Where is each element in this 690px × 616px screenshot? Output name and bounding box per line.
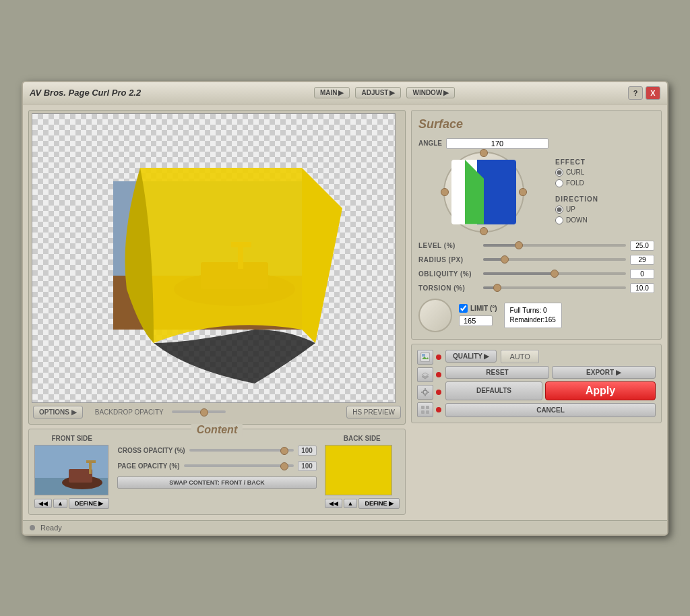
torsion-slider-track[interactable] bbox=[483, 286, 626, 289]
indicator-dot-2 bbox=[436, 372, 441, 377]
up-label: UP bbox=[566, 206, 575, 213]
back-next-button[interactable]: ▲ bbox=[344, 499, 358, 508]
options-button[interactable]: OPTIONS ▶ bbox=[33, 406, 83, 419]
hs-preview-button[interactable]: HS PREVIEW bbox=[346, 406, 401, 419]
defaults-button[interactable]: DEFAULTS bbox=[445, 381, 542, 400]
direction-label: DIRECTION bbox=[555, 195, 598, 203]
surface-top: ANGLE bbox=[418, 138, 654, 233]
actions-panel: QUALITY ▶ AUTO RESET EXPORT ▶ bbox=[411, 344, 662, 423]
quality-button[interactable]: QUALITY ▶ bbox=[445, 350, 497, 363]
icon-btn-row-4 bbox=[417, 402, 441, 417]
cross-opacity-value: 100 bbox=[298, 445, 317, 456]
torsion-value: 10.0 bbox=[630, 283, 654, 293]
down-radio[interactable] bbox=[555, 216, 563, 224]
angle-label: ANGLE bbox=[418, 140, 442, 147]
angle-section: ANGLE bbox=[418, 138, 548, 233]
adjust-menu-button[interactable]: ADJUST ▶ bbox=[355, 87, 401, 98]
obliquity-slider-track[interactable] bbox=[483, 272, 626, 275]
title-bar: AV Bros. Page Curl Pro 2.2 MAIN ▶ ADJUST… bbox=[23, 82, 667, 104]
window-menu-button[interactable]: WINDOW ▶ bbox=[406, 87, 455, 98]
layer-icon-button[interactable] bbox=[417, 367, 433, 382]
settings-icon-button[interactable] bbox=[417, 385, 433, 400]
defaults-label: DEFAULTS bbox=[476, 387, 511, 394]
indicator-dot-1 bbox=[436, 355, 441, 360]
front-prev-button[interactable]: ◀◀ bbox=[34, 499, 52, 508]
angle-input[interactable] bbox=[446, 138, 548, 149]
icon-btn-row-3 bbox=[417, 385, 441, 400]
limit-label: LIMIT (°) bbox=[470, 305, 497, 312]
dial-knob-right[interactable] bbox=[519, 188, 527, 196]
front-define-label: DEFINE ▶ bbox=[75, 500, 104, 507]
hs-preview-label: HS PREVIEW bbox=[352, 408, 395, 416]
page-opacity-slider[interactable] bbox=[184, 464, 294, 467]
angle-row: ANGLE bbox=[418, 138, 548, 149]
bottom-action-row: CANCEL bbox=[445, 403, 656, 417]
content-title: Content bbox=[191, 424, 243, 436]
fold-option[interactable]: FOLD bbox=[555, 179, 598, 187]
curl-option[interactable]: CURL bbox=[555, 168, 598, 177]
reset-button[interactable]: RESET bbox=[445, 366, 549, 379]
swap-content-label: SWAP CONTENT: FRONT / BACK bbox=[169, 479, 264, 486]
dial-preview bbox=[451, 160, 516, 224]
export-button[interactable]: EXPORT ▶ bbox=[552, 366, 656, 379]
sliders-section: LEVEL (%) 25.0 RADIUS (PX) bbox=[418, 241, 654, 293]
radius-slider-track[interactable] bbox=[483, 258, 626, 261]
backdrop-opacity-label: BACKDROP OPACITY bbox=[95, 408, 164, 416]
window-menu-arrow: ▶ bbox=[443, 89, 449, 96]
app-window: AV Bros. Page Curl Pro 2.2 MAIN ▶ ADJUST… bbox=[22, 81, 668, 536]
cross-opacity-row: CROSS OPACITY (%) 100 bbox=[117, 445, 316, 456]
dial-circle[interactable] bbox=[443, 152, 524, 233]
status-text: Ready bbox=[40, 524, 62, 532]
close-button[interactable]: X bbox=[646, 86, 660, 100]
level-value: 25.0 bbox=[630, 241, 654, 251]
level-slider-track[interactable] bbox=[483, 244, 626, 247]
preview-area: OPTIONS ▶ BACKDROP OPACITY HS PREVIEW bbox=[28, 110, 406, 425]
back-define-button[interactable]: DEFINE ▶ bbox=[358, 498, 400, 509]
up-option[interactable]: UP bbox=[555, 206, 598, 214]
center-controls: CROSS OPACITY (%) 100 PAGE OPACITY (%) 1… bbox=[117, 435, 316, 489]
fold-radio[interactable] bbox=[555, 179, 563, 187]
indicator-dot-3 bbox=[436, 390, 441, 395]
front-next-button[interactable]: ▲ bbox=[53, 499, 67, 508]
svg-rect-9 bbox=[69, 469, 92, 483]
canvas bbox=[32, 113, 396, 403]
curl-radio[interactable] bbox=[555, 168, 563, 177]
right-panel: Surface ANGLE bbox=[411, 110, 662, 515]
front-side-label: FRONT SIDE bbox=[34, 435, 109, 442]
help-button[interactable]: ? bbox=[628, 86, 643, 100]
window-menu-label: WINDOW bbox=[412, 89, 442, 96]
dial-knob-top[interactable] bbox=[480, 149, 488, 157]
obliquity-label: OBLIQUITY (%) bbox=[418, 270, 479, 278]
page-curl-preview bbox=[86, 154, 342, 390]
turns-info: Full Turns: 0 Remainder:165 bbox=[504, 303, 562, 328]
limit-dial[interactable] bbox=[418, 299, 452, 332]
backdrop-opacity-slider[interactable] bbox=[172, 410, 226, 413]
icon-btn-row-1 bbox=[417, 350, 441, 365]
main-menu-button[interactable]: MAIN ▶ bbox=[314, 87, 350, 98]
image-icon-button[interactable] bbox=[417, 350, 433, 365]
down-option[interactable]: DOWN bbox=[555, 216, 598, 224]
limit-checkbox-row: LIMIT (°) bbox=[459, 304, 497, 313]
cross-opacity-slider[interactable] bbox=[189, 449, 294, 452]
main-menu-label: MAIN bbox=[320, 89, 338, 96]
cancel-button[interactable]: CANCEL bbox=[445, 403, 656, 417]
radius-row: RADIUS (PX) 29 bbox=[418, 255, 654, 265]
dial-knob-left[interactable] bbox=[441, 188, 449, 196]
radius-label: RADIUS (PX) bbox=[418, 256, 479, 264]
limit-value-input[interactable] bbox=[459, 315, 493, 326]
svg-rect-11 bbox=[86, 460, 96, 463]
limit-checkbox[interactable] bbox=[459, 304, 468, 313]
up-radio[interactable] bbox=[555, 206, 563, 214]
status-bar: Ready bbox=[23, 520, 667, 534]
front-define-button[interactable]: DEFINE ▶ bbox=[69, 498, 110, 509]
back-prev-button[interactable]: ◀◀ bbox=[325, 499, 342, 508]
apply-button[interactable]: Apply bbox=[545, 381, 656, 400]
icon-btn-row-2 bbox=[417, 367, 441, 382]
swap-content-button[interactable]: SWAP CONTENT: FRONT / BACK bbox=[117, 476, 316, 489]
grid-icon-button[interactable] bbox=[417, 402, 433, 417]
page-opacity-row: PAGE OPACITY (%) 100 bbox=[117, 461, 316, 471]
obliquity-value: 0 bbox=[630, 269, 654, 279]
dial-container[interactable] bbox=[443, 152, 524, 233]
top-action-row: QUALITY ▶ AUTO bbox=[445, 350, 656, 363]
dial-knob-bottom[interactable] bbox=[480, 227, 488, 235]
